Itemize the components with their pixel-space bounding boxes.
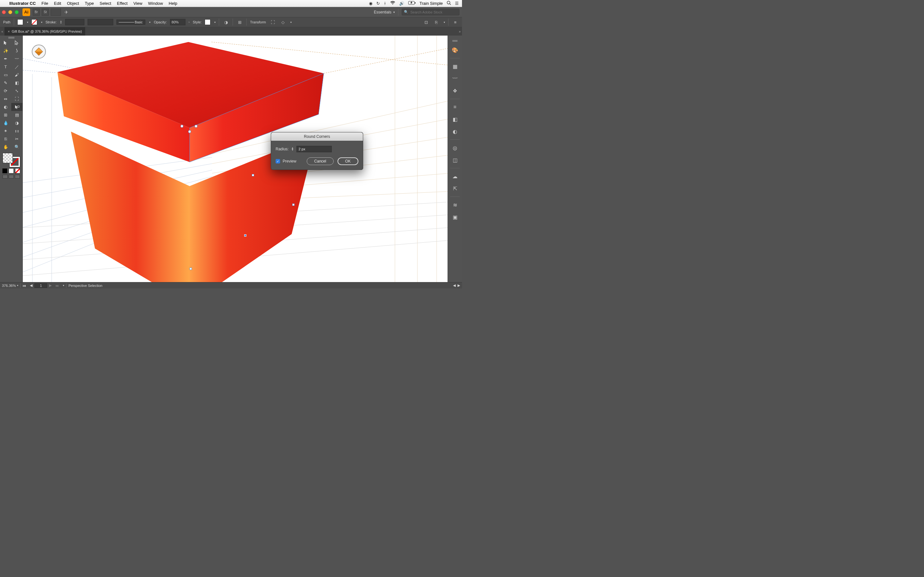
menu-object[interactable]: Object <box>64 1 82 6</box>
artboard-nav-popup[interactable]: ▾ <box>61 284 66 287</box>
lasso-tool[interactable]: ʖ <box>11 47 23 55</box>
appearance-panel-icon[interactable]: ◎ <box>451 143 459 152</box>
eraser-tool[interactable]: ◧ <box>11 79 23 87</box>
opacity-chevron-icon[interactable]: › <box>189 21 190 24</box>
arrange-documents-button[interactable] <box>51 9 61 16</box>
selection-tool[interactable] <box>0 39 11 47</box>
tools-panel-grip[interactable] <box>0 35 23 39</box>
rotate-tool[interactable]: ⟳ <box>0 87 11 95</box>
opacity-field[interactable]: 80% <box>170 19 186 25</box>
chevron-down-icon[interactable]: ▾ <box>27 21 28 24</box>
stroke-stepper[interactable]: ▲▼ <box>60 20 62 24</box>
stroke-panel-icon[interactable]: ≡ <box>451 103 459 111</box>
menu-effect[interactable]: Effect <box>114 1 131 6</box>
battery-icon[interactable] <box>408 1 416 6</box>
menu-help[interactable]: Help <box>166 1 180 6</box>
mesh-tool[interactable]: ⊞ <box>0 111 11 119</box>
menu-file[interactable]: File <box>39 1 51 6</box>
artboard-index-field[interactable]: 1 <box>34 284 47 288</box>
radius-stepper[interactable]: ▲▼ <box>291 147 294 151</box>
direct-selection-tool[interactable] <box>11 39 23 47</box>
artboard-tool[interactable]: ⎘ <box>0 135 11 143</box>
transform-icon[interactable]: ⛶ <box>269 19 276 26</box>
menu-view[interactable]: View <box>131 1 145 6</box>
mac-account-name[interactable]: Train Simple <box>420 1 443 6</box>
eyedropper-tool[interactable]: 💧 <box>0 119 11 127</box>
gradient-panel-icon[interactable]: ◧ <box>451 115 459 123</box>
next-artboard-button[interactable]: ▶ <box>47 284 53 287</box>
radius-input[interactable] <box>296 146 332 152</box>
preview-checkbox[interactable]: ✓ <box>276 159 280 163</box>
chevron-down-icon[interactable]: ▾ <box>214 21 216 24</box>
type-tool[interactable]: T <box>0 63 11 71</box>
gpu-preview-icon[interactable]: ✈ <box>63 9 70 16</box>
selection-handle[interactable] <box>244 234 246 237</box>
stroke-weight-field[interactable] <box>65 19 84 25</box>
stock-search-input[interactable] <box>410 10 457 14</box>
scale-tool[interactable]: ⤡ <box>11 87 23 95</box>
shape-builder-tool[interactable]: ◐ <box>0 103 11 111</box>
pen-tool[interactable]: ✒ <box>0 55 11 63</box>
document-tab[interactable]: × Gift Box.ai* @ 376.36% (RGB/GPU Previe… <box>5 27 86 35</box>
transform-panel-link[interactable]: Transform <box>250 20 266 24</box>
magic-wand-tool[interactable]: ✨ <box>0 47 11 55</box>
collapse-left-dock[interactable]: « <box>0 30 5 33</box>
column-graph-tool[interactable]: ⫾⫾ <box>11 127 23 135</box>
cancel-button[interactable]: Cancel <box>307 157 333 165</box>
swatches-panel-icon[interactable]: ▦ <box>451 62 459 71</box>
artboards-panel-icon[interactable]: ▣ <box>451 213 459 221</box>
wifi-icon[interactable] <box>390 1 395 6</box>
scroll-right-icon[interactable]: ▶ <box>457 284 460 287</box>
graphic-style-swatch[interactable] <box>205 19 210 25</box>
pencil-tool[interactable]: ✎ <box>0 79 11 87</box>
brushes-panel-icon[interactable]: 〰 <box>451 74 459 83</box>
symbol-sprayer-tool[interactable]: ✶ <box>0 127 11 135</box>
color-mode-gradient[interactable] <box>9 168 14 173</box>
hand-tool[interactable]: ✋ <box>0 143 11 151</box>
close-tab-icon[interactable]: × <box>8 29 10 33</box>
zoom-tool[interactable]: 🔍 <box>11 143 23 151</box>
app-menu-name[interactable]: Illustrator CC <box>6 1 39 6</box>
cc-sync-icon[interactable]: ◉ <box>369 1 373 6</box>
line-segment-tool[interactable]: ／ <box>11 63 23 71</box>
menu-type[interactable]: Type <box>82 1 97 6</box>
menu-select[interactable]: Select <box>97 1 114 6</box>
color-mode-color[interactable] <box>2 168 7 173</box>
color-panel-icon[interactable]: 🎨 <box>451 46 459 54</box>
isolate-icon[interactable]: ◇ <box>279 19 286 26</box>
cc-libraries-panel-icon[interactable]: ☁ <box>451 172 459 181</box>
dock-grip[interactable] <box>448 39 462 42</box>
draw-mode-inside[interactable] <box>15 175 20 179</box>
select-similar-icon[interactable]: ⊡ <box>423 19 430 26</box>
dialog-title[interactable]: Round Corners <box>271 132 363 141</box>
chevron-down-icon[interactable]: ▾ <box>444 21 445 24</box>
window-zoom-button[interactable] <box>15 10 19 14</box>
draw-mode-front[interactable] <box>9 175 14 179</box>
fill-proxy[interactable] <box>3 153 13 163</box>
chevron-down-icon[interactable]: ▾ <box>149 21 150 24</box>
scroll-left-icon[interactable]: ◀ <box>453 284 456 287</box>
spotlight-icon[interactable] <box>447 1 451 6</box>
last-artboard-button[interactable]: ⏭ <box>53 284 61 287</box>
perspective-selection-tool[interactable] <box>11 103 23 111</box>
edit-clipping-icon[interactable]: ⎘ <box>433 19 440 26</box>
first-artboard-button[interactable]: ⏮ <box>21 284 28 287</box>
slice-tool[interactable]: ✂ <box>11 135 23 143</box>
brush-definition[interactable]: Basic <box>116 19 145 25</box>
stroke-color-swatch[interactable] <box>31 19 37 25</box>
artboard-canvas[interactable] <box>23 35 447 282</box>
curvature-tool[interactable]: 〰 <box>11 55 23 63</box>
gradient-tool[interactable]: ▤ <box>11 111 23 119</box>
preview-label[interactable]: Preview <box>283 159 296 163</box>
bridge-button[interactable]: Br <box>33 9 40 16</box>
free-transform-tool[interactable]: ⛶ <box>11 95 23 103</box>
rectangle-tool[interactable]: ▭ <box>0 71 11 79</box>
ok-button[interactable]: OK <box>338 157 359 165</box>
current-tool-label[interactable]: Perspective Selection <box>66 284 104 287</box>
asset-export-panel-icon[interactable]: ⇱ <box>451 184 459 193</box>
window-close-button[interactable] <box>2 10 6 14</box>
volume-icon[interactable]: 🔊 <box>399 1 404 6</box>
symbols-panel-icon[interactable]: ❖ <box>451 87 459 95</box>
window-minimize-button[interactable] <box>8 10 12 14</box>
chevron-down-icon[interactable]: ▾ <box>290 21 292 24</box>
